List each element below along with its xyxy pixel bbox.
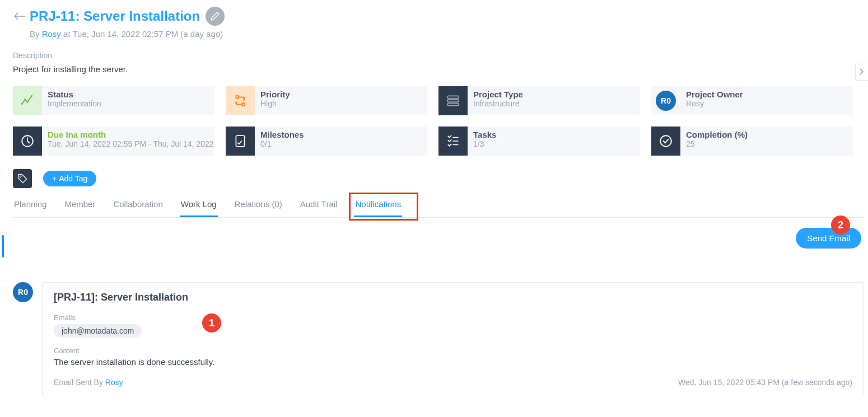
tasks-value: 1/3: [473, 139, 496, 148]
sent-by: Email Sent By Rosy: [54, 378, 123, 387]
content-label: Content: [54, 346, 852, 355]
milestones-icon: [226, 126, 255, 156]
svg-point-1: [24, 99, 26, 100]
tab-relations[interactable]: Relations (0): [234, 195, 283, 217]
active-edge-indicator: [2, 235, 4, 257]
created-at: at Tue, Jun 14, 2022 02:57 PM (a day ago…: [63, 29, 223, 39]
priority-value: High: [260, 99, 290, 108]
due-label: Due Ina month: [48, 130, 214, 139]
svg-rect-6: [447, 103, 459, 105]
project-type-icon: [438, 86, 468, 115]
card-priority[interactable]: Priority High: [226, 86, 427, 115]
milestones-label: Milestones: [260, 130, 304, 139]
annotation-marker-1: 1: [202, 313, 221, 332]
tab-notifications[interactable]: Notifications: [354, 195, 402, 217]
card-project-type[interactable]: Project Type Infrastructure: [438, 86, 640, 115]
svg-point-0: [21, 103, 23, 105]
project-type-label: Project Type: [473, 90, 523, 99]
emails-label: Emails: [54, 313, 852, 322]
completion-icon: [651, 126, 680, 156]
notification-subject: [PRJ-11]: Server Installation: [54, 292, 852, 303]
notification-avatar: R0: [13, 282, 33, 302]
tab-member[interactable]: Member: [63, 195, 96, 217]
card-status[interactable]: Status Implementation: [13, 86, 214, 115]
meta-line: By Rosy at Tue, Jun 14, 2022 02:57 PM (a…: [30, 29, 868, 39]
due-value: Tue, Jun 14, 2022 02:55 PM - Thu, Jul 14…: [48, 139, 214, 148]
svg-rect-8: [236, 135, 244, 147]
svg-point-2: [26, 101, 28, 103]
card-tasks[interactable]: Tasks 1/3: [438, 126, 640, 156]
tab-planning[interactable]: Planning: [13, 195, 48, 217]
annotation-marker-2: 2: [831, 215, 850, 235]
tasks-icon: [438, 126, 468, 156]
tab-audit-trail[interactable]: Audit Trail: [299, 195, 339, 217]
owner-avatar: R0: [656, 91, 676, 111]
tabs: Planning Member Collaboration Work Log R…: [13, 195, 864, 218]
by-label: By: [30, 29, 40, 39]
priority-label: Priority: [260, 90, 290, 99]
content-text: The server installation is done successf…: [54, 357, 852, 367]
svg-point-10: [20, 176, 21, 177]
svg-point-9: [660, 135, 671, 147]
milestones-value: 0/1: [260, 139, 304, 148]
project-type-value: Infrastructure: [473, 99, 523, 108]
add-tag-label: Add Tag: [59, 174, 87, 183]
tag-icon: [13, 169, 32, 188]
status-label: Status: [48, 90, 101, 99]
svg-rect-5: [447, 100, 459, 102]
project-owner-label: Project Owner: [686, 90, 743, 99]
notification-timestamp: Wed, Jun 15, 2022 05:43 PM (a few second…: [678, 378, 852, 387]
completion-label: Completion (%): [686, 130, 748, 139]
notification-card: 1 [PRJ-11]: Server Installation Emails j…: [42, 282, 864, 396]
card-milestones[interactable]: Milestones 0/1: [226, 126, 427, 156]
description-label: Description: [13, 51, 868, 60]
description-text: Project for installing the server.: [13, 64, 868, 74]
project-owner-value: Rosy: [686, 99, 743, 108]
card-project-owner[interactable]: R0 Project Owner Rosy: [651, 86, 853, 115]
tab-work-log[interactable]: Work Log: [180, 195, 218, 217]
status-value: Implementation: [48, 99, 101, 108]
tasks-label: Tasks: [473, 130, 496, 139]
page-title[interactable]: PRJ-11: Server Installation: [30, 8, 200, 24]
svg-rect-4: [447, 96, 459, 98]
send-email-button[interactable]: Send Email: [796, 228, 861, 249]
card-completion[interactable]: Completion (%) 25: [651, 126, 853, 156]
card-due[interactable]: Due Ina month Tue, Jun 14, 2022 02:55 PM…: [13, 126, 214, 156]
add-tag-button[interactable]: + Add Tag: [43, 171, 96, 186]
author-link[interactable]: Rosy: [42, 29, 61, 39]
priority-icon: [226, 86, 255, 115]
side-panel-toggle[interactable]: [855, 63, 868, 81]
email-chip: john@motadata.com: [54, 324, 142, 338]
edit-button[interactable]: [206, 7, 225, 26]
completion-value: 25: [686, 139, 748, 148]
sent-by-link[interactable]: Rosy: [105, 378, 123, 387]
back-arrow-icon[interactable]: [13, 10, 26, 23]
tab-collaboration[interactable]: Collaboration: [112, 195, 164, 217]
svg-point-3: [31, 95, 32, 97]
clock-icon: [13, 126, 42, 156]
plus-icon: +: [52, 174, 57, 183]
status-icon: [13, 86, 42, 115]
